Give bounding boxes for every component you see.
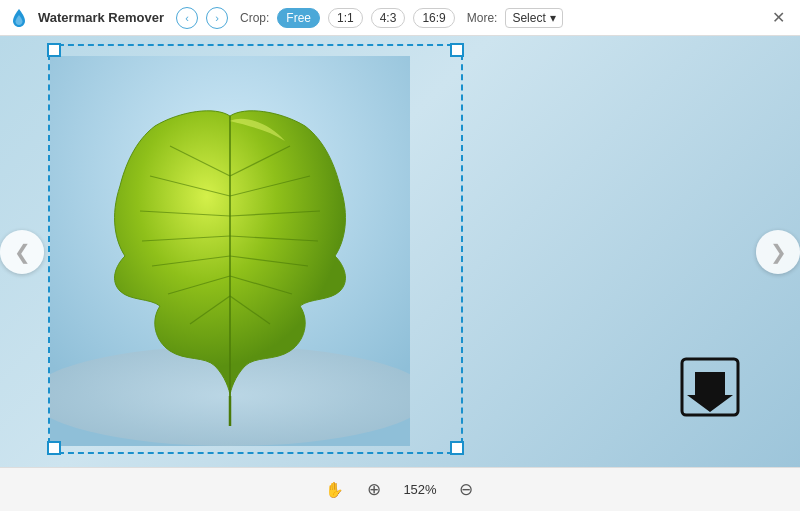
crop-label: Crop: [240,11,269,25]
nav-back-button[interactable]: ‹ [176,7,198,29]
nav-back-icon: ‹ [185,12,189,24]
next-image-button[interactable]: ❯ [756,230,800,274]
close-icon: ✕ [772,8,785,27]
select-dropdown-label: Select [512,11,545,25]
nav-right-icon: ❯ [770,240,787,264]
zoom-out-icon: ⊖ [459,479,473,500]
hand-icon: ✋ [325,481,344,499]
hand-tool-button[interactable]: ✋ [320,476,348,504]
leaf-image [50,56,410,436]
crop-16-9-button[interactable]: 16:9 [413,8,454,28]
zoom-in-icon: ⊕ [367,479,381,500]
main-canvas-area: ❮ ❯ [0,36,800,467]
close-button[interactable]: ✕ [764,4,792,32]
app-logo-icon [8,7,30,29]
nav-forward-icon: › [215,12,219,24]
select-dropdown[interactable]: Select ▾ [505,8,562,28]
zoom-toolbar: ✋ ⊕ 152% ⊖ [0,467,800,511]
zoom-level-display: 152% [400,482,440,497]
more-label: More: [467,11,498,25]
down-arrow-indicator [680,357,740,417]
chevron-down-icon: ▾ [550,11,556,25]
nav-left-icon: ❮ [14,240,31,264]
crop-4-3-button[interactable]: 4:3 [371,8,406,28]
zoom-in-button[interactable]: ⊕ [360,476,388,504]
crop-1-1-button[interactable]: 1:1 [328,8,363,28]
app-title: Watermark Remover [38,10,164,25]
crop-free-button[interactable]: Free [277,8,320,28]
svg-marker-19 [687,372,733,412]
prev-image-button[interactable]: ❮ [0,230,44,274]
nav-forward-button[interactable]: › [206,7,228,29]
titlebar: Watermark Remover ‹ › Crop: Free 1:1 4:3… [0,0,800,36]
zoom-out-button[interactable]: ⊖ [452,476,480,504]
